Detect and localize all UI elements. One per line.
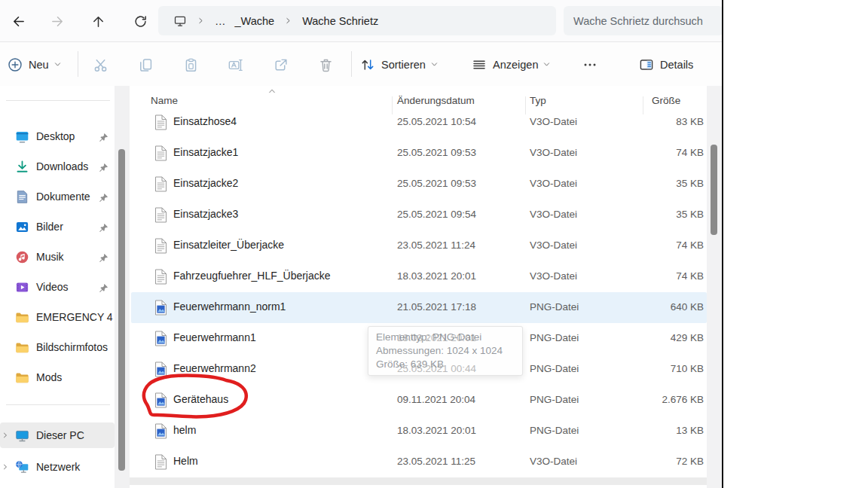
- file-date: 25.05.2021 09:53: [397, 147, 476, 158]
- more-options-button[interactable]: [579, 53, 601, 77]
- file-type: V3O-Datei: [530, 270, 577, 282]
- refresh-button[interactable]: [125, 11, 155, 32]
- column-header-name[interactable]: Name: [151, 95, 178, 106]
- this-pc-icon: [15, 429, 29, 443]
- trash-icon: [318, 57, 334, 73]
- pin-icon: [99, 192, 108, 202]
- file-explorer-window: … _Wache Wache Schrietz Wache Schrietz d…: [0, 0, 723, 488]
- file-name: Gerätehaus: [173, 393, 228, 405]
- file-row[interactable]: Helm 23.05.2021 11:25 V3O-Datei 72 KB: [131, 447, 707, 477]
- file-date: 25.05.2021 09:53: [397, 178, 476, 189]
- sidebar-item-dokumente[interactable]: Dokumente: [0, 184, 115, 209]
- file-name: helm: [173, 424, 196, 436]
- sidebar-item-label: Bilder: [36, 221, 63, 233]
- breadcrumb-ellipsis[interactable]: …: [210, 10, 231, 32]
- file-name: Feuerwehrmann1: [173, 331, 256, 343]
- back-button[interactable]: [3, 11, 33, 32]
- file-row[interactable]: Feuerwehrmann1 18.03.2021 20:01 PNG-Date…: [131, 323, 707, 354]
- file-row[interactable]: Einsatzjacke2 25.05.2021 09:53 V3O-Datei…: [131, 169, 707, 200]
- file-row[interactable]: Einsatzhose4 25.05.2021 10:54 V3O-Datei …: [131, 107, 707, 138]
- view-button[interactable]: Anzeigen: [472, 53, 551, 77]
- sidebar-scrollbar-thumb[interactable]: [118, 149, 125, 471]
- file-row[interactable]: Einsatzleiter_Überjacke 23.05.2021 11:24…: [131, 230, 707, 261]
- file-row[interactable]: Einsatzjacke1 25.05.2021 09:53 V3O-Datei…: [131, 138, 707, 169]
- file-row[interactable]: helm 18.03.2021 20:01 PNG-Datei 13 KB: [131, 416, 707, 447]
- breadcrumb-current[interactable]: Wache Schrietz: [298, 10, 383, 32]
- png-file-icon: [154, 423, 167, 439]
- breadcrumb-parent[interactable]: _Wache: [231, 10, 280, 32]
- column-header-date[interactable]: Änderungsdatum: [397, 95, 475, 106]
- device-icon[interactable]: [169, 10, 191, 32]
- up-icon: [91, 14, 105, 29]
- delete-button[interactable]: [318, 57, 335, 74]
- sidebar-item-bildschirmfotos[interactable]: Bildschirmfotos: [0, 334, 115, 360]
- sort-ascending-icon: [267, 87, 277, 98]
- sidebar-item-mods[interactable]: Mods: [0, 364, 115, 390]
- paste-icon: [183, 57, 199, 73]
- column-header-size[interactable]: Größe: [652, 95, 680, 106]
- file-date: 25.05.2021 00:44: [397, 363, 476, 374]
- search-placeholder: Wache Schrietz durchsuch: [564, 15, 703, 27]
- file-name: Einsatzjacke1: [173, 146, 238, 158]
- v3o-file-icon: [154, 454, 167, 470]
- file-list-scrollbar-thumb[interactable]: [711, 145, 717, 235]
- sidebar-item-videos[interactable]: Videos: [0, 274, 115, 300]
- music-icon: [15, 250, 29, 264]
- file-type: V3O-Datei: [530, 116, 577, 127]
- file-name: Einsatzleiter_Überjacke: [173, 239, 284, 251]
- sidebar-item-label: Downloads: [36, 160, 88, 172]
- sidebar-item-label: Dieser PC: [36, 429, 84, 441]
- sidebar-item-musik[interactable]: Musik: [0, 244, 115, 270]
- chevron-right-icon[interactable]: [2, 432, 12, 439]
- new-button[interactable]: Neu: [8, 53, 62, 77]
- details-button[interactable]: Details: [639, 53, 698, 77]
- sidebar-item-label: Netzwerk: [36, 461, 80, 473]
- forward-button[interactable]: [42, 11, 72, 32]
- up-button[interactable]: [83, 11, 113, 32]
- file-row[interactable]: Einsatzjacke3 25.05.2021 09:54 V3O-Datei…: [131, 200, 707, 230]
- share-icon: [273, 57, 289, 73]
- sort-arrows-icon: [360, 57, 375, 72]
- file-type: PNG-Datei: [530, 394, 579, 405]
- sidebar-item-label: Bildschirmfotos: [36, 341, 108, 353]
- file-date: 25.05.2021 10:54: [397, 116, 476, 127]
- chevron-right-icon[interactable]: [2, 463, 12, 471]
- sidebar-item-bilder[interactable]: Bilder: [0, 214, 115, 239]
- sidebar-divider: [6, 404, 110, 405]
- v3o-file-icon: [154, 269, 167, 285]
- file-name: Einsatzhose4: [173, 115, 237, 127]
- sidebar-item-netzwerk[interactable]: Netzwerk: [0, 454, 115, 480]
- sidebar-item-desktop[interactable]: Desktop: [0, 124, 115, 149]
- copy-button[interactable]: [138, 57, 154, 74]
- paste-button[interactable]: [183, 57, 200, 74]
- cut-button[interactable]: [93, 57, 109, 74]
- sidebar-scrollbar[interactable]: [115, 86, 130, 488]
- png-file-icon: [154, 300, 167, 316]
- sidebar-item-emergency4[interactable]: EMERGENCY 4 D: [0, 304, 115, 330]
- toolbar-divider: [351, 51, 352, 77]
- search-input[interactable]: Wache Schrietz durchsuch: [564, 6, 723, 35]
- share-button[interactable]: [273, 57, 289, 74]
- column-header-type[interactable]: Typ: [530, 95, 546, 106]
- sidebar-item-dieser-pc[interactable]: Dieser PC: [0, 422, 115, 448]
- window-border: [722, 0, 723, 488]
- file-row[interactable]: Fahrzeugfuehrer_HLF_Überjacke 18.03.2021…: [131, 261, 707, 292]
- file-size: 13 KB: [676, 425, 704, 436]
- file-type: V3O-Datei: [530, 239, 577, 251]
- file-name: Feuerwehrmann2: [173, 362, 256, 374]
- file-row[interactable]: Feuerwehrmann2 25.05.2021 00:44 PNG-Date…: [131, 354, 707, 385]
- file-date: 18.03.2021 20:01: [397, 425, 476, 436]
- sidebar-item-label: EMERGENCY 4 D: [36, 311, 115, 323]
- file-list-scrollbar[interactable]: [707, 86, 722, 488]
- horizontal-scrollbar[interactable]: [130, 477, 707, 485]
- sidebar-item-downloads[interactable]: Downloads: [0, 154, 115, 179]
- file-row-selected[interactable]: Feuerwehrmann_norm1 21.05.2021 17:18 PNG…: [131, 292, 707, 323]
- toolbar-divider: [78, 51, 78, 77]
- rename-button[interactable]: [228, 57, 244, 74]
- sort-button[interactable]: Sortieren: [360, 53, 439, 77]
- sidebar-item-label: Musik: [36, 251, 64, 263]
- desktop-icon: [15, 130, 29, 144]
- file-row-geraetehaus[interactable]: Gerätehaus 09.11.2021 20:04 PNG-Datei 2.…: [131, 385, 707, 416]
- details-pane-icon: [639, 57, 654, 72]
- file-size: 35 KB: [676, 209, 704, 220]
